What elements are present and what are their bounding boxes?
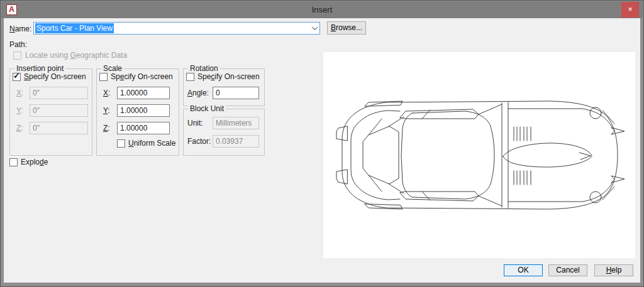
check-icon: ✓ <box>13 72 20 80</box>
factor-label: Factor: <box>187 137 211 146</box>
rotation-specify-onscreen-checkbox[interactable] <box>186 73 194 81</box>
insertion-z-input <box>30 122 88 134</box>
insertion-specify-onscreen-checkbox[interactable]: ✓ <box>13 73 21 81</box>
title-bar: A Insert × <box>1 1 643 18</box>
chevron-down-icon[interactable] <box>312 24 318 30</box>
insertion-z-label: Z: <box>16 124 23 133</box>
car-cabin <box>400 102 508 208</box>
car-body-outline <box>342 101 618 209</box>
scale-group: Scale Specify On-screen X: Y: Z: Uniform… <box>96 68 179 156</box>
scale-x-input[interactable] <box>117 87 170 99</box>
unit-label: Unit: <box>187 119 203 127</box>
car-rear-details <box>336 101 404 209</box>
insertion-x-label: X: <box>16 89 23 97</box>
uniform-scale-checkbox[interactable] <box>117 139 125 148</box>
scale-x-label: X: <box>103 89 110 97</box>
scale-group-title: Scale <box>101 64 124 73</box>
cancel-button[interactable]: Cancel <box>548 264 587 276</box>
path-label: Path: <box>9 40 27 49</box>
rotation-group-title: Rotation <box>188 64 220 73</box>
geographic-data-checkbox <box>13 51 21 60</box>
car-plan-view-drawing <box>323 52 635 258</box>
angle-input[interactable] <box>213 87 259 99</box>
block-name-selected-text: Sports Car - Plan View <box>35 23 114 33</box>
rotation-group: Rotation Specify On-screen Angle: <box>183 68 265 106</box>
dialog-title: Insert <box>1 1 643 18</box>
insertion-x-input <box>30 87 88 99</box>
help-button[interactable]: Help <box>594 264 633 276</box>
name-label: Name: <box>9 24 31 33</box>
insertion-y-input <box>30 104 88 117</box>
insertion-point-group: Insertion point ✓ Specify On-screen X: Y… <box>9 68 92 156</box>
explode-label: Explode <box>21 158 48 166</box>
factor-value-field <box>213 135 259 148</box>
insertion-point-group-title: Insertion point <box>14 64 65 73</box>
insertion-specify-onscreen-label: Specify On-screen <box>24 72 86 81</box>
uniform-scale-label: Uniform Scale <box>128 139 175 148</box>
block-unit-group-title: Block Unit <box>188 104 226 113</box>
block-unit-group: Block Unit Unit: Factor: <box>183 109 265 156</box>
car-hood-details <box>503 107 625 203</box>
ok-button[interactable]: OK <box>504 264 543 276</box>
scale-specify-onscreen-checkbox[interactable] <box>99 73 108 81</box>
scale-y-label: Y: <box>103 106 110 115</box>
scale-specify-onscreen-label: Specify On-screen <box>111 72 173 81</box>
unit-value-field <box>213 117 259 129</box>
close-button[interactable]: × <box>621 2 639 18</box>
block-preview-pane <box>323 52 635 258</box>
insertion-y-label: Y: <box>16 106 23 115</box>
scale-z-input[interactable] <box>117 122 170 134</box>
insert-dialog-window: A Insert × Name: Sports Car - Plan View … <box>0 0 644 287</box>
browse-button[interactable]: Browse... <box>327 21 366 35</box>
dialog-body: Name: Sports Car - Plan View Browse... P… <box>4 18 640 283</box>
scale-y-input[interactable] <box>117 104 170 117</box>
block-name-combobox[interactable]: Sports Car - Plan View <box>33 22 320 35</box>
explode-checkbox[interactable] <box>9 158 18 166</box>
rotation-specify-onscreen-label: Specify On-screen <box>197 72 260 81</box>
angle-label: Angle: <box>187 89 209 97</box>
scale-z-label: Z: <box>103 124 110 133</box>
close-icon: × <box>628 4 633 14</box>
geographic-data-label: Locate using Geographic Data <box>25 51 127 60</box>
